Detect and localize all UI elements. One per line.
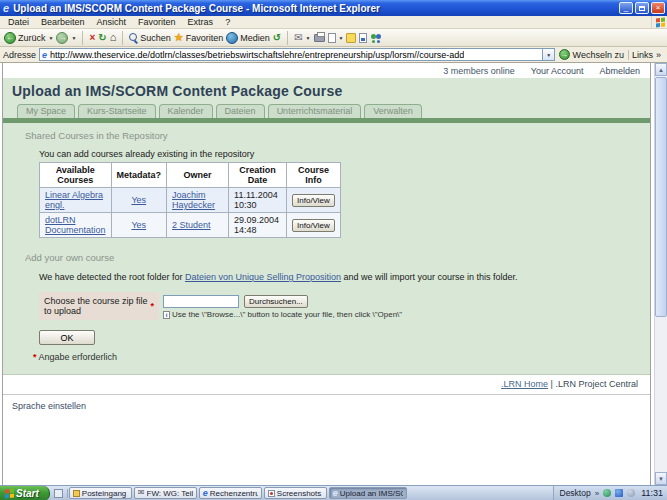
tab-verwalten[interactable]: Verwalten xyxy=(364,104,422,118)
search-button[interactable]: Suchen xyxy=(129,33,171,43)
menu-bearbeiten[interactable]: Bearbeiten xyxy=(35,17,91,27)
menu-bar: Datei Bearbeiten Ansicht Favoriten Extra… xyxy=(0,16,667,29)
tab-kalender[interactable]: Kalender xyxy=(159,104,213,118)
tab-dateien[interactable]: Dateien xyxy=(216,104,265,118)
address-dropdown-button[interactable]: ▼ xyxy=(543,48,555,61)
info-view-button[interactable]: Info/View xyxy=(292,194,335,207)
task-label: Rechenzentrum Uni K... xyxy=(210,489,258,498)
info-view-button[interactable]: Info/View xyxy=(292,219,335,232)
taskbar-item-posteingang[interactable]: Posteingang - Micros... xyxy=(69,487,132,499)
back-dropdown-icon[interactable]: ▼ xyxy=(49,35,54,41)
ie-app-icon: e xyxy=(3,3,9,14)
course-link[interactable]: dotLRN Documentation xyxy=(45,215,106,235)
history-button[interactable]: ↺ xyxy=(273,33,281,43)
tab-my-space[interactable]: My Space xyxy=(17,104,75,118)
webpage: 3 members online Your Account Abmelden U… xyxy=(2,63,651,485)
stop-button[interactable]: × xyxy=(89,33,95,43)
metadata-link[interactable]: Yes xyxy=(131,220,146,230)
minimize-button[interactable]: _ xyxy=(619,2,633,14)
discuss-button[interactable] xyxy=(359,33,367,43)
menu-favoriten[interactable]: Favoriten xyxy=(132,17,182,27)
mail-dropdown-icon[interactable]: ▼ xyxy=(306,35,311,41)
quick-launch-icon[interactable] xyxy=(54,489,63,498)
address-dropdown-icon: ▼ xyxy=(546,52,551,58)
taskbar-item-rechenzentrum[interactable]: e Rechenzentrum Uni K... xyxy=(199,487,262,499)
messenger-button[interactable] xyxy=(370,33,382,43)
table-header-row: Available Courses Metadata? Owner Creati… xyxy=(40,163,341,188)
desktop-chevron-icon[interactable]: » xyxy=(595,489,599,498)
root-folder-link[interactable]: Dateien von Unique Selling Proposition xyxy=(185,272,341,282)
desktop-toolbar-label[interactable]: Desktop xyxy=(560,488,591,498)
media-globe-icon xyxy=(226,32,238,44)
scroll-up-icon[interactable]: ▲ xyxy=(655,63,667,76)
media-button[interactable]: Medien xyxy=(226,32,270,44)
toolbar-separator xyxy=(287,31,288,45)
browse-button[interactable]: Durchsuchen... xyxy=(244,295,308,308)
owner-link[interactable]: 2 Student xyxy=(172,220,211,230)
required-asterisk: * xyxy=(33,352,37,362)
lrn-project-central-text: .LRN Project Central xyxy=(555,379,638,389)
page-header: Upload an IMS/SCORM Content Package Cour… xyxy=(3,78,650,118)
tab-unterrichtsmaterial[interactable]: Unterrichtsmaterial xyxy=(268,104,362,118)
taskbar-item-mail[interactable]: ✉ FW: WG: Teilnahme v... xyxy=(134,487,197,499)
menu-hilfe[interactable]: ? xyxy=(219,17,236,27)
window-title: Upload an IMS/SCORM Content Package Cour… xyxy=(13,3,617,14)
go-arrow-icon: → xyxy=(559,49,570,60)
address-input[interactable]: e http://www.theservice.de/dotlrn/classe… xyxy=(39,48,543,61)
metadata-link[interactable]: Yes xyxy=(131,195,146,205)
home-button[interactable]: ⌂ xyxy=(110,32,117,43)
scroll-down-icon[interactable]: ▼ xyxy=(655,472,667,485)
taskbar-item-screenshots[interactable]: Screenshots dotLR... xyxy=(264,487,327,499)
forward-icon: → xyxy=(56,32,68,44)
go-button[interactable]: → Wechseln zu xyxy=(555,49,628,60)
your-account-link[interactable]: Your Account xyxy=(531,66,584,76)
info-icon: i xyxy=(163,311,170,319)
mail-button[interactable]: ✉ ▼ xyxy=(294,33,310,43)
notes-button[interactable] xyxy=(346,33,356,43)
mail-icon: ✉ xyxy=(294,33,302,43)
page-footer: .LRN Home | .LRN Project Central Sprache… xyxy=(3,375,650,485)
edit-button[interactable]: ▼ xyxy=(328,33,344,43)
footer-separator: | xyxy=(551,379,553,389)
close-button[interactable]: × xyxy=(651,2,665,14)
edit-dropdown-icon[interactable]: ▼ xyxy=(339,35,344,41)
course-link[interactable]: Linear Algebra engl. xyxy=(45,190,103,210)
lrn-footer-links: .LRN Home | .LRN Project Central xyxy=(3,379,650,389)
menu-ansicht[interactable]: Ansicht xyxy=(91,17,133,27)
lrn-home-link[interactable]: .LRN Home xyxy=(501,379,548,389)
forward-button[interactable]: → ▼ xyxy=(56,32,76,44)
forward-dropdown-icon[interactable]: ▼ xyxy=(71,35,76,41)
tab-kurs-startseite[interactable]: Kurs-Startseite xyxy=(78,104,156,118)
back-button[interactable]: ← Zurück ▼ xyxy=(4,32,53,44)
header-creation-date: Creation Date xyxy=(229,163,287,188)
logout-link[interactable]: Abmelden xyxy=(599,66,640,76)
ok-button[interactable]: OK xyxy=(39,330,95,345)
back-icon: ← xyxy=(4,32,16,44)
scrollbar-thumb[interactable] xyxy=(655,77,667,317)
favorites-button[interactable]: ★ Favoriten xyxy=(174,32,223,43)
language-settings-link[interactable]: Sprache einstellen xyxy=(12,401,86,411)
back-label: Zurück xyxy=(18,33,46,43)
window-titlebar: e Upload an IMS/SCORM Content Package Co… xyxy=(0,0,667,16)
scrollbar-track[interactable] xyxy=(655,317,667,472)
desktop-screen: e Upload an IMS/SCORM Content Package Co… xyxy=(0,0,667,500)
menu-extras[interactable]: Extras xyxy=(182,17,220,27)
upload-form-row: Choose the course zip file to upload * D… xyxy=(39,292,650,320)
file-upload-input[interactable] xyxy=(163,295,239,308)
tray-icon[interactable] xyxy=(627,489,635,497)
links-toolbar[interactable]: Links » xyxy=(628,50,664,60)
print-button[interactable] xyxy=(314,34,325,42)
restore-button[interactable] xyxy=(635,2,649,14)
owner-link[interactable]: Joachim Haydecker xyxy=(172,190,215,210)
vertical-scrollbar[interactable]: ▲ ▼ xyxy=(654,63,667,485)
favorites-label: Favoriten xyxy=(186,33,224,43)
tray-icon[interactable] xyxy=(615,489,623,497)
taskbar-item-upload-active[interactable]: e Upload an IMS/SCOR... xyxy=(329,487,407,499)
windows-logo-icon xyxy=(651,16,667,28)
menu-datei[interactable]: Datei xyxy=(2,17,35,27)
page-content: Shared Courses in the Repository You can… xyxy=(3,123,650,375)
start-button[interactable]: Start xyxy=(0,486,50,500)
refresh-button[interactable]: ↻ xyxy=(98,33,106,43)
search-label: Suchen xyxy=(140,33,171,43)
tray-icon[interactable] xyxy=(603,489,611,497)
